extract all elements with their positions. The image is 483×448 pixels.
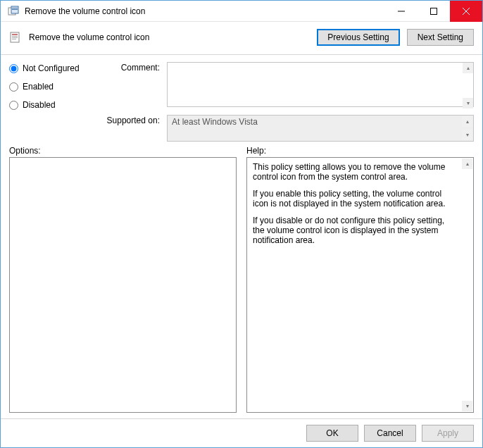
- ok-button[interactable]: OK: [306, 425, 358, 442]
- radio-enabled-input[interactable]: [9, 82, 18, 92]
- minimize-button[interactable]: [385, 1, 418, 22]
- radio-disabled-input[interactable]: [9, 101, 18, 110]
- policy-icon: [8, 6, 19, 17]
- previous-setting-button[interactable]: Previous Setting: [317, 29, 399, 46]
- options-box: [9, 157, 237, 413]
- footer: OK Cancel Apply: [1, 419, 482, 447]
- page-title: Remove the volume control icon: [29, 32, 310, 42]
- config-row: Not Configured Enabled Disabled Comment:…: [9, 62, 474, 142]
- svg-rect-5: [431, 8, 437, 14]
- radio-not-configured[interactable]: Not Configured: [9, 63, 87, 73]
- policy-editor-window: Remove the volume control icon Remove th…: [0, 0, 483, 448]
- scroll-down-icon[interactable]: ▾: [463, 98, 473, 108]
- comment-row: Comment: ▴▾: [104, 62, 474, 109]
- help-paragraph: If you enable this policy setting, the v…: [253, 189, 468, 209]
- supported-row: Supported on: At least Windows Vista ▴▾: [104, 115, 474, 142]
- cancel-button[interactable]: Cancel: [364, 425, 416, 442]
- help-box: This policy setting allows you to remove…: [246, 157, 474, 413]
- close-button[interactable]: [450, 1, 482, 22]
- supported-label: Supported on:: [104, 115, 160, 142]
- titlebar-text: Remove the volume control icon: [25, 6, 385, 16]
- panels: Options: Help: This policy setting allow…: [9, 146, 474, 413]
- scroll-up-icon[interactable]: ▴: [462, 158, 472, 169]
- help-paragraph: This policy setting allows you to remove…: [253, 162, 468, 182]
- scroll-up-icon: ▴: [462, 116, 472, 127]
- scroll-down-icon: ▾: [462, 130, 472, 140]
- svg-rect-12: [12, 39, 16, 39]
- titlebar: Remove the volume control icon: [1, 1, 482, 22]
- radio-enabled[interactable]: Enabled: [9, 82, 87, 92]
- next-setting-button[interactable]: Next Setting: [407, 29, 474, 46]
- help-paragraph: If you disable or do not configure this …: [253, 216, 468, 245]
- options-label: Options:: [9, 146, 237, 156]
- scroll-up-icon[interactable]: ▴: [463, 63, 473, 73]
- help-column: Help: This policy setting allows you to …: [246, 146, 474, 413]
- apply-button[interactable]: Apply: [422, 425, 474, 442]
- svg-rect-2: [12, 8, 18, 8]
- scroll-down-icon[interactable]: ▾: [462, 401, 472, 411]
- document-icon: [9, 31, 22, 44]
- comment-textarea[interactable]: [167, 62, 474, 107]
- divider: [1, 54, 482, 55]
- state-radios: Not Configured Enabled Disabled: [9, 62, 87, 142]
- radio-enabled-label: Enabled: [23, 82, 54, 92]
- radio-not-configured-label: Not Configured: [23, 63, 80, 73]
- supported-on-value: At least Windows Vista: [172, 117, 258, 127]
- options-column: Options:: [9, 146, 237, 413]
- fields-column: Comment: ▴▾ Supported on: At least Windo…: [104, 62, 474, 142]
- radio-disabled[interactable]: Disabled: [9, 100, 87, 110]
- content-area: Remove the volume control icon Previous …: [1, 22, 482, 418]
- svg-rect-3: [12, 9, 18, 10]
- comment-label: Comment:: [104, 62, 160, 109]
- svg-rect-9: [12, 34, 18, 35]
- svg-rect-11: [12, 37, 18, 38]
- radio-disabled-label: Disabled: [23, 100, 56, 110]
- svg-rect-10: [12, 36, 18, 37]
- supported-on-box: At least Windows Vista ▴▾: [167, 115, 474, 142]
- help-label: Help:: [246, 146, 474, 156]
- radio-not-configured-input[interactable]: [9, 64, 18, 73]
- header-row: Remove the volume control icon Previous …: [9, 29, 474, 46]
- maximize-button[interactable]: [418, 1, 450, 22]
